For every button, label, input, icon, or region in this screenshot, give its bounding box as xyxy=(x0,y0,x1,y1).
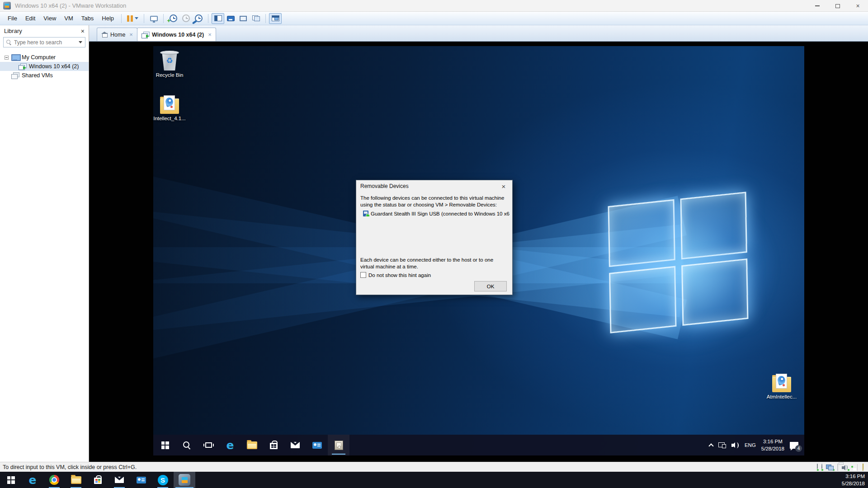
show-library-toggle[interactable] xyxy=(212,13,224,24)
recycle-bin-icon xyxy=(160,50,179,70)
task-view-icon xyxy=(205,442,212,448)
dialog-close-button[interactable] xyxy=(495,180,512,192)
guest-time: 3:16 PM xyxy=(761,438,784,445)
menu-view[interactable]: View xyxy=(39,13,60,24)
menu-edit[interactable]: Edit xyxy=(21,13,39,24)
cd-dvd-device-icon[interactable] xyxy=(821,464,822,470)
guest-mail-button[interactable] xyxy=(284,435,306,455)
tree-label: Windows 10 x64 (2) xyxy=(29,63,79,70)
guest-screen[interactable]: Recycle Bin Intellect_4.1... AtmIntellec… xyxy=(153,46,804,455)
message-log-icon[interactable] xyxy=(863,464,863,470)
host-clock[interactable]: 3:16 PM 5/28/2018 xyxy=(842,473,865,487)
sound-device-icon[interactable] xyxy=(842,465,849,470)
vmware-logo-icon xyxy=(3,2,11,9)
dialog-intro-text: The following devices can be connected t… xyxy=(360,195,510,209)
fullscreen-icon xyxy=(240,16,247,21)
pause-button[interactable] xyxy=(125,13,141,24)
device-list-item[interactable]: Guardant Stealth III Sign USB (connected… xyxy=(363,211,509,216)
action-center-icon[interactable]: 4 xyxy=(790,442,798,449)
shared-vms-icon xyxy=(11,72,19,79)
network-icon[interactable] xyxy=(718,442,726,448)
guest-start-button[interactable] xyxy=(154,435,176,455)
console-view-toggle[interactable] xyxy=(269,13,282,24)
speaker-icon[interactable] xyxy=(731,442,739,448)
snapshot-manager-button[interactable] xyxy=(192,13,205,24)
tab-vm-active[interactable]: Windows 10 x64 (2) xyxy=(137,28,216,41)
menu-vm[interactable]: VM xyxy=(60,13,77,24)
ok-button[interactable]: OK xyxy=(474,281,507,291)
library-close-button[interactable] xyxy=(81,28,85,35)
guest-people-button[interactable] xyxy=(306,435,328,455)
host-chrome-button[interactable] xyxy=(43,472,65,488)
library-panel-icon xyxy=(214,15,222,21)
guest-file-explorer-button[interactable] xyxy=(241,435,263,455)
mail-icon xyxy=(115,477,124,483)
unity-icon xyxy=(252,15,260,21)
maximize-button[interactable] xyxy=(827,0,848,12)
notification-badge: 4 xyxy=(795,445,802,452)
tree-item-shared-vms[interactable]: Shared VMs xyxy=(0,71,89,80)
toolbar-separator xyxy=(208,14,208,23)
guest-task-view-button[interactable] xyxy=(198,435,219,455)
pause-dropdown-icon[interactable] xyxy=(135,17,138,19)
guest-search-button[interactable] xyxy=(176,435,198,455)
host-skype-button[interactable]: S xyxy=(152,472,174,488)
close-button[interactable]: × xyxy=(848,0,868,12)
desktop-icon-recycle-bin[interactable]: Recycle Bin xyxy=(153,50,189,78)
tab-close-icon[interactable] xyxy=(208,31,212,38)
search-dropdown-icon[interactable] xyxy=(79,41,82,43)
minimize-button[interactable] xyxy=(807,0,827,12)
status-hint: To direct input to this VM, click inside… xyxy=(3,464,137,470)
desktop-icon-intellect[interactable]: Intellect_4.1... xyxy=(153,99,189,121)
host-start-button[interactable] xyxy=(0,472,22,488)
store-icon xyxy=(94,478,102,484)
printer-device-icon[interactable] xyxy=(837,464,838,470)
desktop-icon-atmintellect[interactable]: AtmIntellec... xyxy=(763,377,801,399)
menu-file[interactable]: File xyxy=(4,13,21,24)
guest-clock[interactable]: 3:16 PM 5/28/2018 xyxy=(761,438,784,452)
tree-item-my-computer[interactable]: My Computer xyxy=(0,53,89,62)
host-vmware-button[interactable] xyxy=(174,472,195,488)
language-indicator[interactable]: ENG xyxy=(745,442,756,448)
show-thumbnail-bar-toggle[interactable] xyxy=(224,13,237,24)
guest-intellect-installer-button[interactable] xyxy=(328,435,349,455)
tab-home[interactable]: Home xyxy=(97,28,137,41)
tree-item-vm[interactable]: Windows 10 x64 (2) xyxy=(0,62,89,71)
host-file-explorer-button[interactable] xyxy=(65,472,87,488)
checkbox[interactable] xyxy=(360,272,366,278)
ok-button-label: OK xyxy=(487,284,495,289)
network-adapter-device-icon[interactable] xyxy=(826,465,834,470)
unity-button[interactable] xyxy=(250,13,262,24)
host-people-button[interactable] xyxy=(130,472,152,488)
installer-box-icon xyxy=(335,441,343,450)
my-computer-icon xyxy=(11,54,19,61)
revert-snapshot-button[interactable] xyxy=(179,13,192,24)
guest-edge-button[interactable]: e xyxy=(219,435,241,455)
host-store-button[interactable] xyxy=(87,472,108,488)
tray-chevron-up-icon[interactable] xyxy=(708,443,713,448)
search-input[interactable] xyxy=(14,39,76,46)
host-edge-button[interactable]: e xyxy=(22,472,43,488)
chrome-icon xyxy=(49,475,59,485)
vmware-status-bar: To direct input to this VM, click inside… xyxy=(0,462,868,472)
guest-store-button[interactable] xyxy=(263,435,284,455)
host-mail-button[interactable] xyxy=(108,472,130,488)
tab-label: Home xyxy=(110,32,125,38)
menu-help[interactable]: Help xyxy=(98,13,118,24)
dialog-body: The following devices can be connected t… xyxy=(356,192,512,295)
collapse-icon[interactable] xyxy=(5,56,9,60)
window-controls: × xyxy=(807,0,868,12)
toolbar-separator xyxy=(121,14,122,23)
dialog-titlebar[interactable]: Removable Devices xyxy=(356,180,512,192)
people-icon xyxy=(312,442,322,449)
send-ctrl-alt-del-button[interactable] xyxy=(147,13,160,24)
hint-checkbox-row[interactable]: Do not show this hint again xyxy=(360,272,431,278)
hard-disk-device-icon[interactable] xyxy=(817,464,818,470)
host-date: 5/28/2018 xyxy=(842,480,865,488)
tab-close-icon[interactable] xyxy=(129,31,133,38)
ctrl-alt-del-icon xyxy=(150,16,158,21)
take-snapshot-button[interactable]: + xyxy=(167,13,179,24)
fullscreen-button[interactable] xyxy=(237,13,250,24)
vm-icon xyxy=(142,32,149,38)
menu-tabs[interactable]: Tabs xyxy=(77,13,98,24)
